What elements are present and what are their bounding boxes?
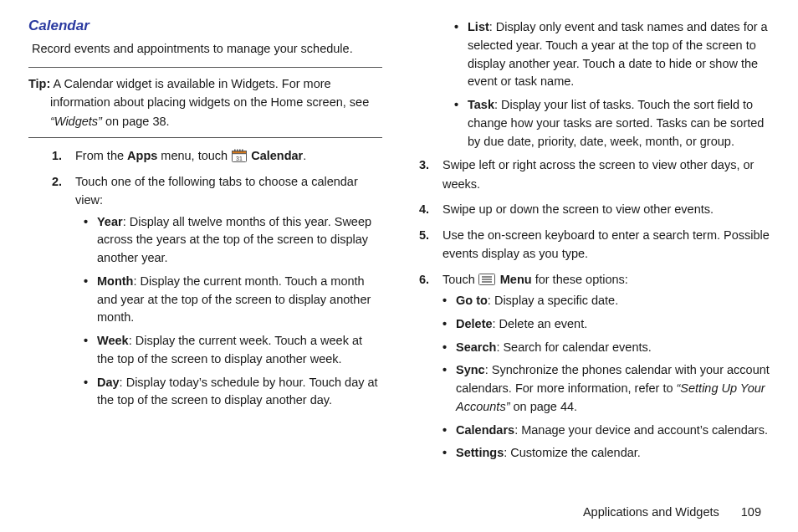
view-desc: : Display the current month. Touch a mon…	[97, 274, 371, 325]
step-number: 6.	[419, 270, 429, 289]
step5-text: Use the on-screen keyboard to enter a se…	[442, 228, 770, 260]
steps-left: 1. From the Apps menu, touch 31 Calendar…	[28, 146, 382, 410]
opt-desc: : Display a specific date.	[488, 294, 618, 307]
opt-name: Settings	[456, 446, 504, 459]
divider-bottom	[28, 137, 382, 138]
tip-label: Tip:	[28, 77, 50, 90]
opt-name: Delete	[456, 317, 493, 330]
page-footer: Applications and Widgets 109	[583, 505, 761, 519]
svg-rect-4	[239, 150, 241, 152]
step1-apps: Apps	[127, 149, 157, 162]
step3-text: Swipe left or right across the screen to…	[442, 158, 754, 190]
step-5: 5. Use the on-screen keyboard to enter a…	[409, 226, 770, 263]
step-number: 4.	[419, 200, 429, 218]
view-desc: : Display today’s schedule by hour. Touc…	[97, 376, 378, 407]
view-name: List	[468, 20, 489, 33]
section-heading: Calendar	[28, 15, 382, 37]
opt-name: Search	[456, 340, 496, 354]
steps-right: 3. Swipe left or right across the screen…	[409, 156, 770, 463]
right-column: List: Display only event and task names …	[399, 15, 770, 520]
tip-body-b: on page 38.	[102, 115, 170, 128]
step-number: 2.	[52, 172, 62, 191]
menu-delete: Delete: Delete an event.	[442, 315, 770, 334]
tip-link: “Widgets”	[50, 115, 102, 128]
menu-settings: Settings: Customize the calendar.	[442, 444, 770, 463]
tip-block: Tip: A Calendar widget is available in W…	[28, 74, 382, 130]
view-desc: : Display the current week. Touch a week…	[97, 334, 362, 366]
view-desc: : Display all twelve months of this year…	[97, 215, 371, 265]
opt-name: Sync	[456, 363, 485, 376]
view-week: Week: Display the current week. Touch a …	[75, 332, 382, 369]
page: Calendar Record events and appointments …	[0, 0, 798, 532]
opt-desc: : Delete an event.	[493, 317, 588, 330]
opt-desc: : Search for calendar events.	[496, 340, 651, 354]
tip-body-a: A Calendar widget is available in Widget…	[50, 77, 369, 109]
step6-pre: Touch	[442, 273, 478, 286]
view-tabs-continued: List: Display only event and task names …	[446, 18, 770, 151]
svg-rect-2	[234, 150, 236, 152]
view-name: Day	[97, 376, 120, 389]
step-2: 2. Touch one of the following tabs to ch…	[28, 172, 382, 410]
page-number: 109	[741, 505, 761, 519]
view-day: Day: Display today’s schedule by hour. T…	[75, 374, 382, 411]
menu-options-list: Go to: Display a specific date. Delete: …	[442, 292, 770, 463]
step6-post: for these options:	[532, 273, 628, 286]
step-number: 1.	[52, 146, 62, 165]
view-desc: : Display your list of tasks. Touch the …	[468, 98, 764, 148]
view-year: Year: Display all twelve months of this …	[75, 213, 382, 268]
opt-desc: on page 44.	[509, 400, 577, 413]
step-number: 3.	[419, 156, 429, 174]
opt-name: Calendars	[456, 423, 514, 437]
divider-top	[28, 67, 382, 68]
view-name: Task	[468, 98, 494, 111]
view-name: Month	[97, 274, 133, 288]
step-number: 5.	[419, 226, 429, 244]
intro-text: Record events and appointments to manage…	[32, 39, 382, 58]
svg-rect-5	[242, 150, 243, 152]
step-6: 6. Touch Menu for these options: Go to: …	[409, 270, 770, 463]
view-name: Year	[97, 215, 123, 228]
menu-calendars: Calendars: Manage your device and accoun…	[442, 422, 770, 440]
view-month: Month: Display the current month. Touch …	[75, 273, 382, 327]
calendar-icon: 31	[232, 149, 247, 162]
step-3: 3. Swipe left or right across the screen…	[409, 156, 770, 193]
step1-post: .	[303, 149, 306, 162]
view-desc: : Display only event and task names and …	[468, 20, 768, 88]
footer-section: Applications and Widgets	[583, 505, 719, 519]
opt-desc: : Customize the calendar.	[504, 446, 641, 459]
view-name: Week	[97, 334, 129, 347]
opt-name: Go to	[456, 294, 488, 307]
left-column: Calendar Record events and appointments …	[28, 15, 399, 520]
svg-text:31: 31	[236, 156, 243, 161]
menu-search: Search: Search for calendar events.	[442, 339, 770, 357]
menu-icon	[478, 272, 495, 284]
menu-sync: Sync: Synchronize the phones calendar wi…	[442, 361, 770, 416]
svg-rect-3	[237, 150, 238, 152]
view-task: Task: Display your list of tasks. Touch …	[446, 96, 770, 151]
view-tabs-list: Year: Display all twelve months of this …	[75, 213, 382, 411]
step1-app-label: Calendar	[251, 149, 303, 162]
step2-text: Touch one of the following tabs to choos…	[75, 175, 358, 207]
menu-goto: Go to: Display a specific date.	[442, 292, 770, 310]
step1-pre: From the	[75, 149, 127, 162]
step1-mid: menu, touch	[157, 149, 231, 162]
step-1: 1. From the Apps menu, touch 31 Calendar…	[28, 146, 382, 165]
step6-menu-label: Menu	[500, 273, 532, 286]
step4-text: Swipe up or down the screen to view othe…	[442, 202, 714, 216]
view-list: List: Display only event and task names …	[446, 18, 770, 91]
opt-desc: : Manage your device and account’s calen…	[514, 423, 768, 437]
step-4: 4. Swipe up or down the screen to view o…	[409, 200, 770, 218]
